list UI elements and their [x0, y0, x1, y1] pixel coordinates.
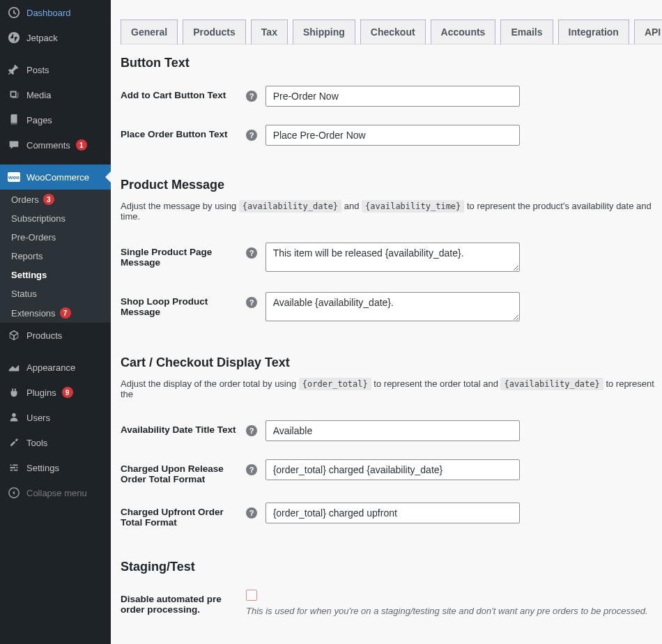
submenu-label: Pre-Orders — [11, 232, 56, 243]
sidebar-item-media[interactable]: Media — [0, 82, 111, 107]
submenu-preorders[interactable]: Pre-Orders — [0, 228, 111, 247]
field-label: Availability Date Title Text — [121, 413, 246, 452]
field-label: Add to Cart Button Text — [121, 79, 246, 118]
woocommerce-submenu: Orders 3 Subscriptions Pre-Orders Report… — [0, 190, 111, 323]
submenu-orders[interactable]: Orders 3 — [0, 190, 111, 209]
settings-icon — [7, 461, 21, 475]
tab-general[interactable]: General — [121, 20, 178, 45]
place-order-text-input[interactable] — [265, 125, 520, 146]
submenu-status[interactable]: Status — [0, 284, 111, 303]
field-label: Disable automated pre order processing. — [121, 583, 246, 627]
menu-label: Appearance — [26, 362, 75, 373]
help-icon[interactable]: ? — [246, 297, 257, 308]
appearance-icon — [7, 360, 21, 374]
sidebar-item-products[interactable]: Products — [0, 323, 111, 348]
field-label: Place Order Button Text — [121, 118, 246, 157]
charged-upfront-input[interactable] — [265, 503, 520, 523]
sidebar-item-jetpack[interactable]: Jetpack — [0, 25, 111, 50]
section-button-text: Button Text Add to Cart Button Text ? Pl… — [121, 56, 662, 157]
tab-accounts[interactable]: Accounts — [431, 20, 496, 45]
pin-icon — [7, 63, 21, 77]
admin-sidebar: Dashboard Jetpack Posts Media Pages Comm… — [0, 0, 111, 644]
comments-badge: 1 — [76, 139, 87, 151]
submenu-label: Orders — [11, 194, 39, 205]
tab-shipping[interactable]: Shipping — [293, 20, 355, 45]
menu-label: Products — [26, 330, 62, 341]
sidebar-item-comments[interactable]: Comments 1 — [0, 132, 111, 158]
plugins-badge: 9 — [62, 387, 73, 398]
section-description: Adjust the display of the order total by… — [121, 378, 662, 399]
submenu-label: Reports — [11, 251, 43, 261]
submenu-subscriptions[interactable]: Subscriptions — [0, 209, 111, 228]
submenu-label: Extensions — [11, 308, 56, 319]
sidebar-item-plugins[interactable]: Plugins 9 — [0, 380, 111, 405]
menu-label: Jetpack — [26, 33, 58, 43]
help-icon[interactable]: ? — [246, 130, 257, 141]
help-icon[interactable]: ? — [246, 247, 257, 259]
tab-emails[interactable]: Emails — [500, 20, 553, 45]
field-label: Charged Upon Release Order Total Format — [121, 452, 246, 496]
products-icon — [7, 328, 21, 342]
help-icon[interactable]: ? — [246, 507, 257, 519]
users-icon — [7, 411, 21, 424]
checkbox-description: This is used for when you're on a stagin… — [246, 606, 662, 616]
sidebar-item-users[interactable]: Users — [0, 405, 111, 430]
woocommerce-icon: woo — [7, 170, 21, 184]
section-product-message: Product Message Adjust the message by us… — [121, 178, 662, 335]
tab-checkout[interactable]: Checkout — [360, 20, 426, 45]
availability-title-input[interactable] — [265, 420, 520, 441]
tab-products[interactable]: Products — [183, 20, 246, 45]
add-to-cart-text-input[interactable] — [265, 86, 520, 107]
pages-icon — [7, 113, 21, 127]
svg-point-0 — [8, 32, 20, 43]
section-heading: Product Message — [121, 178, 662, 192]
tab-api[interactable]: API — [634, 20, 662, 45]
submenu-reports[interactable]: Reports — [0, 247, 111, 266]
field-label: Shop Loop Product Message — [121, 285, 246, 335]
field-label: Single Product Page Message — [121, 236, 246, 285]
section-staging: Staging/Test Disable automated pre order… — [121, 560, 662, 627]
section-cart-checkout: Cart / Checkout Display Text Adjust the … — [121, 355, 662, 539]
menu-label: Tools — [26, 438, 47, 448]
charged-release-input[interactable] — [265, 459, 520, 480]
section-description: Adjust the message by using {availabilit… — [121, 201, 662, 222]
section-heading: Staging/Test — [121, 560, 662, 574]
help-icon[interactable]: ? — [246, 425, 257, 436]
field-label: Charged Upfront Order Total Format — [121, 496, 246, 539]
submenu-label: Subscriptions — [11, 213, 66, 224]
comments-icon — [7, 138, 21, 152]
help-icon[interactable]: ? — [246, 464, 257, 475]
sidebar-item-dashboard[interactable]: Dashboard — [0, 0, 111, 25]
sidebar-item-settings[interactable]: Settings — [0, 455, 111, 480]
menu-label: Users — [26, 413, 50, 423]
shop-loop-message-textarea[interactable]: Available {availability_date}. — [265, 292, 520, 321]
menu-label: WooCommerce — [26, 172, 89, 183]
sidebar-item-tools[interactable]: Tools — [0, 430, 111, 455]
single-product-message-textarea[interactable]: This item will be released {availability… — [265, 243, 520, 272]
disable-processing-checkbox[interactable] — [246, 590, 257, 601]
menu-label: Plugins — [26, 388, 56, 398]
submenu-extensions[interactable]: Extensions 7 — [0, 303, 111, 323]
sidebar-item-collapse[interactable]: Collapse menu — [0, 480, 111, 505]
menu-label: Dashboard — [26, 8, 71, 18]
tab-integration[interactable]: Integration — [558, 20, 629, 45]
jetpack-icon — [7, 31, 21, 45]
sidebar-item-appearance[interactable]: Appearance — [0, 355, 111, 380]
dashboard-icon — [7, 6, 21, 20]
menu-label: Media — [26, 90, 51, 100]
menu-label: Settings — [26, 463, 59, 473]
menu-label: Posts — [26, 65, 49, 75]
sidebar-item-pages[interactable]: Pages — [0, 107, 111, 132]
menu-label: Collapse menu — [26, 488, 87, 498]
submenu-label: Settings — [11, 270, 47, 280]
sidebar-item-posts[interactable]: Posts — [0, 57, 111, 82]
sidebar-item-woocommerce[interactable]: woo WooCommerce — [0, 164, 111, 190]
tab-tax[interactable]: Tax — [251, 20, 288, 45]
help-icon[interactable]: ? — [246, 91, 257, 102]
tools-icon — [7, 436, 21, 450]
section-heading: Button Text — [121, 56, 662, 70]
orders-badge: 3 — [43, 194, 54, 205]
extensions-badge: 7 — [60, 307, 71, 319]
submenu-settings[interactable]: Settings — [0, 266, 111, 284]
main-content: General Products Tax Shipping Checkout A… — [111, 0, 662, 644]
